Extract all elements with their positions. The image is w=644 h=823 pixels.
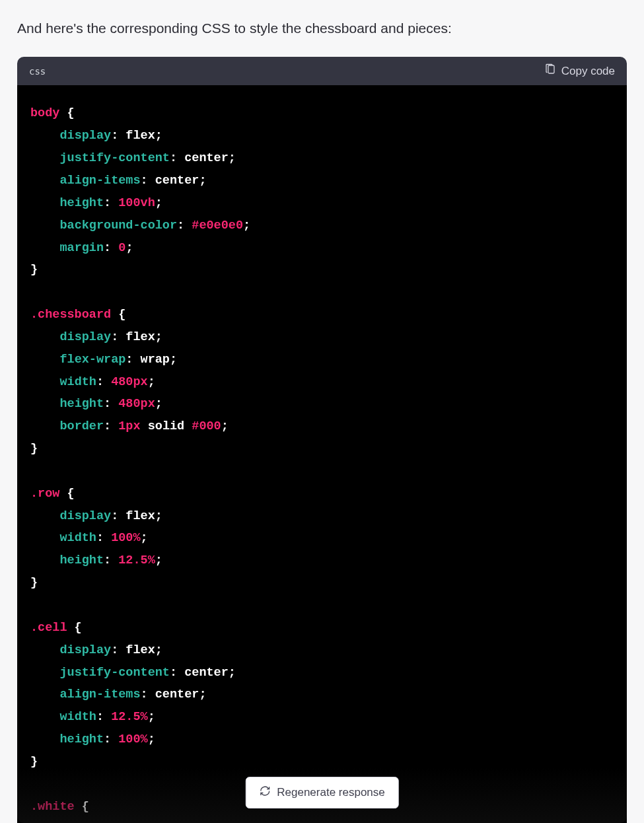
intro-text: And here's the corresponding CSS to styl…: [17, 18, 627, 38]
svg-rect-0: [548, 65, 554, 73]
regenerate-response-button[interactable]: Regenerate response: [245, 777, 399, 808]
code-block-header: css Copy code: [17, 57, 627, 85]
copy-code-label: Copy code: [561, 65, 615, 78]
refresh-icon: [259, 785, 270, 800]
language-label: css: [29, 66, 46, 77]
code-block: css Copy code body { display: flex; just…: [17, 57, 627, 823]
regenerate-label: Regenerate response: [277, 786, 385, 799]
clipboard-icon: [544, 63, 556, 79]
code-body[interactable]: body { display: flex; justify-content: c…: [17, 85, 627, 823]
copy-code-button[interactable]: Copy code: [544, 63, 615, 79]
